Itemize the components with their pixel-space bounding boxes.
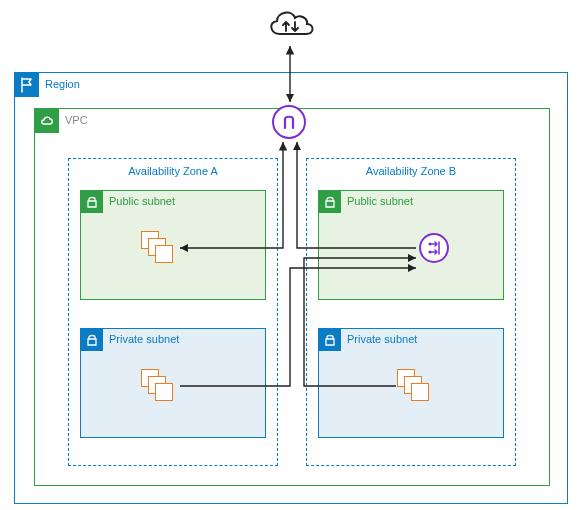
internet-gateway-icon <box>272 105 306 139</box>
az-b-public-subnet: Public subnet <box>318 190 504 300</box>
cloud-internet-icon <box>264 6 318 46</box>
lock-icon <box>319 329 341 351</box>
region-flag-icon <box>15 73 39 97</box>
az-b-private-subnet: Private subnet <box>318 328 504 438</box>
az-a-private-subnet-label: Private subnet <box>109 333 179 345</box>
lock-icon <box>81 329 103 351</box>
nat-gateway-icon <box>419 233 449 263</box>
az-b-label: Availability Zone B <box>307 165 515 177</box>
az-a-public-subnet-label: Public subnet <box>109 195 175 207</box>
az-b-private-subnet-label: Private subnet <box>347 333 417 345</box>
lock-icon <box>81 191 103 213</box>
az-a-public-subnet: Public subnet <box>80 190 266 300</box>
vpc-cloud-icon <box>35 109 59 133</box>
az-a-label: Availability Zone A <box>69 165 277 177</box>
vpc-label: VPC <box>65 114 88 126</box>
az-b-public-subnet-label: Public subnet <box>347 195 413 207</box>
region-label: Region <box>45 78 80 90</box>
lock-icon <box>319 191 341 213</box>
az-a-private-subnet: Private subnet <box>80 328 266 438</box>
